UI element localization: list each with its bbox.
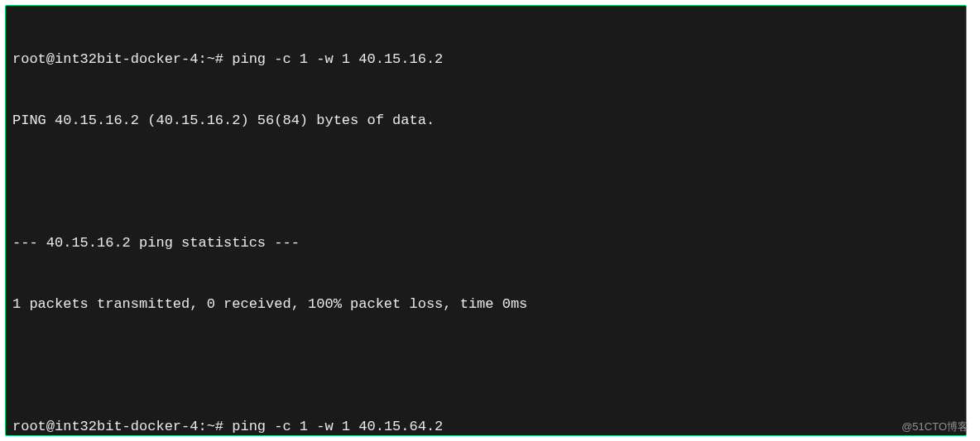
terminal-line: PING 40.15.16.2 (40.15.16.2) 56(84) byte… bbox=[12, 111, 959, 132]
terminal-content[interactable]: root@int32bit-docker-4:~# ping -c 1 -w 1… bbox=[6, 6, 966, 436]
terminal-line: --- 40.15.16.2 ping statistics --- bbox=[12, 233, 959, 254]
blank-line bbox=[12, 356, 959, 376]
watermark-text: @51CTO博客 bbox=[901, 419, 968, 434]
prompt-text: root@int32bit-docker-4:~# bbox=[12, 51, 232, 67]
blank-line bbox=[12, 172, 959, 193]
terminal-line: root@int32bit-docker-4:~# ping -c 1 -w 1… bbox=[12, 50, 959, 70]
prompt-text: root@int32bit-docker-4:~# bbox=[12, 419, 232, 434]
command-text: ping -c 1 -w 1 40.15.16.2 bbox=[232, 51, 443, 67]
command-text: ping -c 1 -w 1 40.15.64.2 bbox=[232, 419, 443, 434]
terminal-line: 1 packets transmitted, 0 received, 100% … bbox=[12, 295, 959, 315]
terminal-window[interactable]: root@int32bit-docker-4:~# ping -c 1 -w 1… bbox=[5, 5, 967, 436]
terminal-line: root@int32bit-docker-4:~# ping -c 1 -w 1… bbox=[12, 417, 959, 436]
